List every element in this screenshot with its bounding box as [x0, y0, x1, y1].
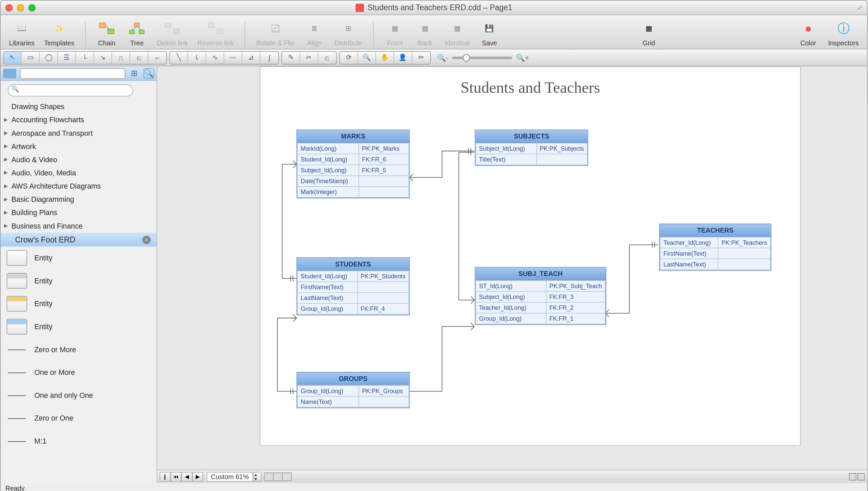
- hand-tool[interactable]: ✋: [376, 51, 394, 64]
- first-page-button[interactable]: ⏮: [171, 472, 181, 481]
- save-button[interactable]: 💾Save: [476, 18, 503, 48]
- zoom-window-button[interactable]: [28, 4, 36, 11]
- diagram-page[interactable]: Students and Teachers MARKSMarkId(Long)P…: [260, 66, 801, 446]
- grid-button[interactable]: ▦Grid: [635, 18, 663, 48]
- chain-button[interactable]: Chain: [93, 18, 121, 48]
- entity-header: SUBJECTS: [475, 130, 587, 143]
- field-key: PK:PK_Students: [357, 271, 409, 282]
- connector-tool-4[interactable]: ⎌: [130, 51, 148, 64]
- shape-toolbar: ↖ ▭ ◯ ☰ └ ↘ ⎍ ⎌ ⌐ ╲ ⤹ ∿ 〰 ⊿ ∫ ✎ ✂ ⎌ ⟳ 🔍 …: [1, 49, 867, 66]
- zoom-tool[interactable]: 🔍: [358, 51, 376, 64]
- templates-button[interactable]: ✨Templates: [41, 18, 78, 48]
- libraries-button[interactable]: 📖Libraries: [5, 18, 38, 48]
- shape-search-input[interactable]: [8, 84, 133, 97]
- zoom-slider[interactable]: 🔍- 🔍+: [437, 54, 529, 62]
- rotate-flip-button[interactable]: 🔄Rotate & Flip: [253, 18, 298, 48]
- close-window-button[interactable]: [5, 4, 13, 11]
- pointer-tool[interactable]: ↖: [4, 51, 22, 64]
- page-bar: ‖ ⏮ ◀ ▶ Custom 61% ▲▼: [157, 470, 867, 483]
- zoom-in-icon[interactable]: 🔍+: [516, 54, 529, 62]
- entity-groups[interactable]: GROUPSGroup_Id(Long)PK:PK_GroupsName(Tex…: [297, 372, 410, 408]
- category-2[interactable]: Artwork: [1, 140, 157, 153]
- connector-tool-5[interactable]: ⌐: [148, 51, 166, 64]
- refresh-tool[interactable]: ⟳: [340, 51, 358, 64]
- shape-zero-or-one-7[interactable]: Zero or One: [1, 407, 157, 430]
- field-key: FK:FR_6: [359, 154, 409, 165]
- shape-entity-2[interactable]: Entity: [1, 292, 157, 315]
- field-key: [357, 282, 409, 293]
- close-library-icon[interactable]: ×: [142, 235, 151, 244]
- line-tool[interactable]: ╲: [170, 51, 188, 64]
- shape-label: Zero or More: [34, 345, 76, 354]
- identical-button[interactable]: ▦Identical: [441, 18, 473, 48]
- connector-tool-1[interactable]: └: [76, 51, 94, 64]
- align-button[interactable]: ≣Align: [301, 18, 328, 48]
- scroll-split-button[interactable]: ‖: [160, 472, 171, 481]
- minimize-window-button[interactable]: [17, 4, 24, 11]
- category-7[interactable]: Building Plans: [1, 206, 157, 219]
- connector-tool-3[interactable]: ⎍: [112, 51, 130, 64]
- page-tab-1[interactable]: [264, 472, 274, 481]
- inspectors-button[interactable]: ⓘInspectors: [825, 18, 863, 48]
- page-tab-3[interactable]: [282, 472, 291, 481]
- text-tool[interactable]: ☰: [58, 51, 76, 64]
- shape-entity-0[interactable]: Entity: [1, 247, 157, 270]
- ellipse-tool[interactable]: ◯: [40, 51, 58, 64]
- front-button[interactable]: ▦Front: [381, 18, 409, 48]
- edit-tool-1[interactable]: ✎: [282, 51, 300, 64]
- distribute-button[interactable]: ⊞Distribute: [331, 18, 366, 48]
- field-name: Teacher_Id(Long): [476, 302, 546, 313]
- sidebar-view-icon[interactable]: [3, 68, 16, 78]
- eyedropper-tool[interactable]: ✏: [412, 51, 430, 64]
- active-library[interactable]: Crow's Foot ERD×: [1, 233, 157, 247]
- zoom-out-icon[interactable]: 🔍-: [437, 54, 449, 62]
- zoom-stepper[interactable]: ▲▼: [253, 472, 262, 481]
- delete-link-button[interactable]: Delete link: [153, 18, 192, 48]
- category-5[interactable]: AWS Architecture Diagrams: [1, 179, 157, 193]
- connector-tool-2[interactable]: ↘: [94, 51, 112, 64]
- entity-students[interactable]: STUDENTSStudent_Id(Long)PK:PK_StudentsFi…: [297, 257, 410, 315]
- arc-tool[interactable]: ⤹: [188, 51, 206, 64]
- shape-entity-1[interactable]: Entity: [1, 270, 157, 293]
- shape-m:1-8[interactable]: M:1: [1, 430, 157, 453]
- prev-page-button[interactable]: ◀: [181, 472, 192, 481]
- category-0[interactable]: Accounting Flowcharts: [1, 113, 157, 127]
- polyline-tool[interactable]: ⊿: [242, 51, 260, 64]
- category-6[interactable]: Basic Diagramming: [1, 193, 157, 206]
- category-3[interactable]: Audio & Video: [1, 153, 157, 166]
- search-icon[interactable]: 🔍: [144, 68, 154, 79]
- back-button[interactable]: ▦Back: [411, 18, 439, 48]
- category-8[interactable]: Business and Finance: [1, 219, 157, 233]
- entity-marks[interactable]: MARKSMarkId(Long)PK:PK_MarksStudent_Id(L…: [297, 130, 410, 198]
- shape-label: M:1: [34, 437, 46, 446]
- entity-subjects[interactable]: SUBJECTSSubject_Id(Long)PK:PK_SubjectsTi…: [475, 130, 588, 166]
- shape-entity-3[interactable]: Entity: [1, 315, 157, 338]
- shape-one-and-only-one-6[interactable]: One and only One: [1, 384, 157, 407]
- stamp-tool[interactable]: 👤: [394, 51, 412, 64]
- entity-teachers[interactable]: TEACHERSTeacher_Id(Long)PK:PK_TeachersFi…: [659, 223, 771, 271]
- rect-tool[interactable]: ▭: [22, 51, 40, 64]
- bottom-icon-2[interactable]: [858, 473, 865, 480]
- canvas-area[interactable]: Students and Teachers MARKSMarkId(Long)P…: [157, 66, 867, 483]
- next-page-button[interactable]: ▶: [192, 472, 203, 481]
- entity-subj_teach[interactable]: SUBJ_TEACHST_Id(Long)PK:PK_Subj_TeachSub…: [475, 267, 606, 325]
- reverse-link-button[interactable]: Reverse link: [194, 18, 238, 48]
- edit-tool-2[interactable]: ✂: [300, 51, 318, 64]
- category-4[interactable]: Audio, Video, Media: [1, 166, 157, 179]
- shape-one-or-more-5[interactable]: One or More: [1, 361, 157, 384]
- bezier-tool[interactable]: ∫: [260, 51, 278, 64]
- page-tab-2[interactable]: [273, 472, 282, 481]
- category-1[interactable]: Aerospace and Transport: [1, 127, 157, 140]
- color-button[interactable]: ●Color: [795, 18, 822, 48]
- category-drawing-shapes[interactable]: Drawing Shapes: [1, 100, 157, 113]
- grid-view-icon[interactable]: ⊞: [129, 68, 140, 79]
- tree-button[interactable]: Tree: [123, 18, 151, 48]
- shape-zero-or-more-4[interactable]: Zero or More: [1, 338, 157, 361]
- zoom-readout[interactable]: Custom 61%: [207, 472, 253, 481]
- curve-tool[interactable]: ∿: [206, 51, 224, 64]
- spline-tool[interactable]: 〰: [224, 51, 242, 64]
- edit-tool-3[interactable]: ⎌: [318, 51, 336, 64]
- field-key: PK:PK_Subj_Teach: [546, 281, 605, 292]
- bottom-icon-1[interactable]: [849, 473, 856, 480]
- library-filter-input[interactable]: [20, 68, 126, 79]
